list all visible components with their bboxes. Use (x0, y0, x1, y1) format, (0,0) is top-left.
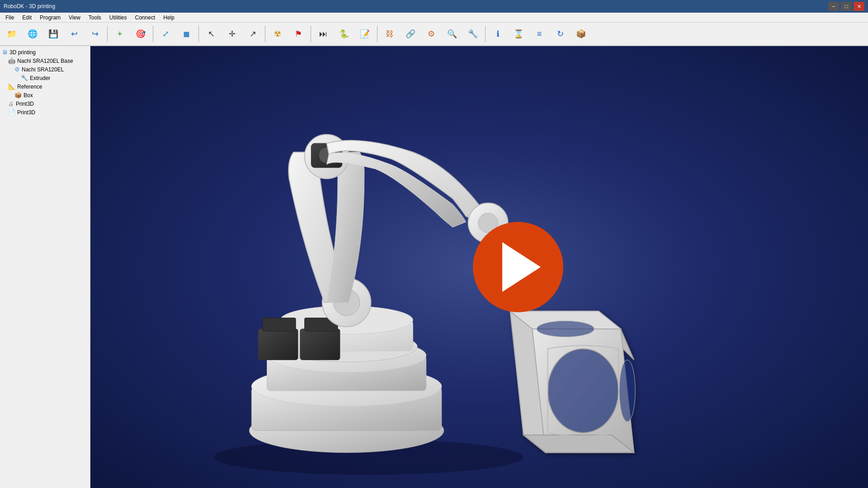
menu-item-connect[interactable]: Connect (132, 14, 159, 22)
tree-item-nachi-robot[interactable]: ⚙Nachi SRA120EL (0, 65, 90, 74)
link2-btn[interactable]: 🔗 (401, 24, 420, 44)
redo-btn[interactable]: ↪ (85, 24, 105, 44)
tree-label: Reference (17, 84, 42, 90)
sep1 (107, 26, 108, 42)
print-icon: 🖨 (8, 100, 14, 107)
menu-item-view[interactable]: View (65, 14, 84, 22)
menu-item-utilities[interactable]: Utilities (106, 14, 131, 22)
select-btn[interactable]: ↖ (201, 24, 221, 44)
tree-item-3dprinting[interactable]: 🖥3D printing (0, 48, 90, 56)
svg-rect-10 (300, 329, 340, 360)
open-online-btn[interactable]: 🌐 (23, 24, 42, 44)
print-white-icon: 📄 (8, 109, 15, 116)
menu-item-file[interactable]: File (2, 14, 18, 22)
app-title: RoboDK - 3D printing (4, 3, 55, 9)
tree-item-box[interactable]: 📦Box (0, 91, 90, 99)
fit-view-btn[interactable]: ⤢ (156, 24, 175, 44)
refresh-btn[interactable]: ↻ (550, 24, 570, 44)
rotate-btn[interactable]: ↗ (243, 24, 263, 44)
play-button[interactable] (473, 222, 563, 312)
minimize-btn[interactable]: ─ (828, 2, 839, 11)
sep6 (377, 26, 377, 42)
scene-tree-panel: 🖥3D printing🤖Nachi SRA120EL Base⚙Nachi S… (0, 46, 90, 488)
tree-item-nachi-base[interactable]: 🤖Nachi SRA120EL Base (0, 56, 90, 65)
tree-item-reference[interactable]: 📐Reference (0, 82, 90, 91)
search-btn[interactable]: 🔍 (442, 24, 462, 44)
box-icon: 📦 (14, 92, 22, 99)
svg-rect-11 (263, 318, 296, 331)
menu-item-tools[interactable]: Tools (85, 14, 105, 22)
monitor-icon: 🖥 (2, 49, 8, 56)
layers-btn[interactable]: ≡ (529, 24, 549, 44)
tree-item-print3d-1[interactable]: 🖨Print3D (0, 99, 90, 108)
window-controls: ─ □ ✕ (828, 2, 864, 11)
add-object-btn[interactable]: + (110, 24, 130, 44)
viewport-3d[interactable] (90, 46, 868, 488)
perspective-btn[interactable]: ◼ (176, 24, 196, 44)
tree-label: Print3D (17, 109, 35, 116)
timer-btn[interactable]: ⌛ (509, 24, 528, 44)
flag-btn[interactable]: ⚑ (288, 24, 308, 44)
tree-label: Nachi SRA120EL Base (17, 58, 73, 64)
menu-bar: FileEditProgramViewToolsUtilitiesConnect… (0, 13, 868, 23)
svg-point-31 (537, 321, 594, 337)
undo-btn[interactable]: ↩ (64, 24, 84, 44)
sep3 (198, 26, 199, 42)
tree-label: Nachi SRA120EL (22, 66, 64, 73)
svg-point-30 (548, 349, 618, 433)
ff-btn[interactable]: ⏭ (313, 24, 333, 44)
robot-icon: 🤖 (8, 57, 15, 64)
menu-item-help[interactable]: Help (160, 14, 178, 22)
tree-label: Print3D (16, 101, 34, 107)
menu-item-program[interactable]: Program (36, 14, 64, 22)
tree-label: Box (24, 92, 33, 99)
radiation-btn[interactable]: ☢ (268, 24, 288, 44)
info-btn[interactable]: ℹ (488, 24, 508, 44)
tree-label: Extruder (30, 75, 50, 81)
open-file-btn[interactable]: 📁 (2, 24, 22, 44)
sep5 (311, 26, 311, 42)
package-btn[interactable]: 📦 (571, 24, 591, 44)
save-btn[interactable]: 💾 (43, 24, 63, 44)
svg-rect-9 (258, 329, 298, 360)
add-target-btn[interactable]: 🎯 (131, 24, 151, 44)
sep7 (485, 26, 486, 42)
link3-btn[interactable]: ⚙ (421, 24, 441, 44)
title-bar: RoboDK - 3D printing ─ □ ✕ (0, 0, 868, 13)
close-btn[interactable]: ✕ (854, 2, 864, 11)
tree-item-extruder[interactable]: 🔧Extruder (0, 74, 90, 82)
tree-label: 3D printing (9, 49, 36, 56)
sep2 (153, 26, 153, 42)
robot-arm-icon: ⚙ (14, 66, 20, 73)
reference-icon: 📐 (8, 83, 15, 90)
maximize-btn[interactable]: □ (841, 2, 852, 11)
main-area: 🖥3D printing🤖Nachi SRA120EL Base⚙Nachi S… (0, 46, 868, 488)
tool-btn[interactable]: 🔧 (463, 24, 483, 44)
toolbar: 📁🌐💾↩↪+🎯⤢◼↖✛↗☢⚑⏭🐍📝⛓🔗⚙🔍🔧ℹ⌛≡↻📦 (0, 23, 868, 46)
menu-item-edit[interactable]: Edit (19, 14, 35, 22)
link1-btn[interactable]: ⛓ (380, 24, 400, 44)
tool-icon: 🔧 (21, 75, 28, 81)
tree-item-print3d-2[interactable]: 📄Print3D (0, 108, 90, 117)
svg-point-32 (619, 360, 635, 422)
python-btn[interactable]: 🐍 (334, 24, 354, 44)
sep4 (265, 26, 265, 42)
add-prog-btn[interactable]: 📝 (355, 24, 375, 44)
move-btn[interactable]: ✛ (222, 24, 242, 44)
